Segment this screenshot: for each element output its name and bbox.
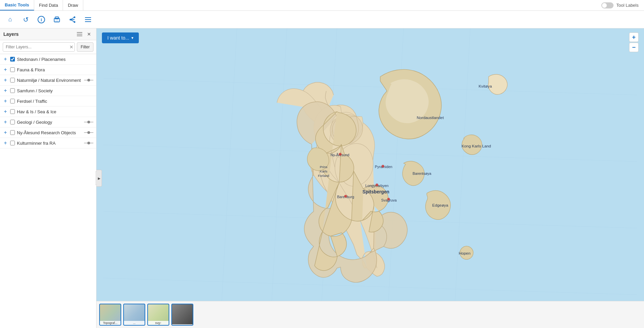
base-map-label-2: ...: [124, 321, 145, 325]
layer-item-stedsnavn[interactable]: + Stedsnavn / Placenames: [0, 54, 96, 65]
layer-checkbox-naturmiljo[interactable]: [10, 78, 15, 83]
layer-name-fauna: Fauna & Flora: [17, 67, 93, 72]
filter-input[interactable]: [3, 42, 75, 52]
base-map-thumb-3[interactable]: svg↑: [147, 304, 169, 326]
share-button[interactable]: [66, 14, 79, 26]
home-button[interactable]: ⌂: [4, 14, 16, 26]
base-map-thumb-2[interactable]: ...: [123, 304, 145, 326]
layer-item-naturmiljo[interactable]: + Naturmiljø / Natural Environment: [0, 75, 96, 86]
sidebar-header: Layers ✕: [0, 28, 96, 40]
layer-item-ferdsel[interactable]: + Ferdsel / Traffic: [0, 96, 96, 107]
tool-labels-toggle[interactable]: [601, 2, 614, 8]
layer-name-hav: Hav & Is / Sea & Ice: [17, 109, 93, 114]
menu-button[interactable]: [82, 14, 94, 26]
label-prins3: Forland: [318, 174, 329, 178]
base-map-label-3: svg↑: [148, 321, 169, 325]
dot-pyramiden: [382, 165, 384, 168]
label-barentsoya: Barentsøya: [412, 171, 431, 175]
layer-item-fauna[interactable]: + Fauna & Flora: [0, 65, 96, 75]
dot-svagruva: [387, 198, 390, 201]
svg-rect-4: [55, 17, 59, 19]
dot-longyearbyen: [375, 184, 378, 186]
svg-rect-3: [55, 20, 59, 22]
filter-input-wrap: ✕: [3, 42, 75, 52]
layer-name-nyalesund: Ny-Ålesund Research Objects: [17, 130, 82, 135]
dot-nyalesund: [339, 153, 342, 156]
sidebar-title: Layers: [3, 31, 19, 37]
zoom-controls: + −: [629, 32, 639, 52]
layer-checkbox-hav[interactable]: [10, 109, 15, 114]
tool-labels-area: Tool Labels: [601, 0, 644, 10]
layer-slider-kulturminner[interactable]: [84, 141, 93, 145]
layer-checkbox-nyalesund[interactable]: [10, 130, 15, 135]
layer-add-icon-naturmiljo[interactable]: +: [3, 77, 8, 83]
map-nav-arrow[interactable]: ▶: [96, 170, 102, 187]
svg-point-6: [74, 21, 76, 23]
layer-add-icon-kulturminner[interactable]: +: [3, 140, 8, 146]
layer-checkbox-kulturminner[interactable]: [10, 141, 15, 145]
label-edgeoya: Edgeøya: [432, 203, 449, 208]
refresh-button[interactable]: ↺: [20, 14, 32, 26]
layer-item-nyalesund[interactable]: + Ny-Ålesund Research Objects: [0, 127, 96, 138]
tab-draw[interactable]: Draw: [63, 0, 83, 10]
layer-name-samfunn: Samfunn / Society: [17, 88, 93, 93]
layer-name-geologi: Geologi / Geology: [17, 120, 82, 125]
layer-name-naturmiljo: Naturmiljø / Natural Environment: [17, 78, 82, 83]
layer-checkbox-stedsnavn[interactable]: [10, 57, 15, 62]
label-kongkarls: Kong Karls Land: [461, 144, 491, 148]
layer-add-icon-geologi[interactable]: +: [3, 119, 8, 125]
filter-button[interactable]: Filter: [77, 42, 93, 52]
zoom-out-button[interactable]: −: [629, 43, 639, 52]
map-svg: Kvitøya Nordaustlandet Kong Karls Land N…: [96, 28, 644, 328]
layer-name-kulturminner: Kulturminner fra RA: [17, 141, 82, 146]
layer-item-kulturminner[interactable]: + Kulturminner fra RA: [0, 138, 96, 148]
tab-basic-tools[interactable]: Basic Tools: [0, 0, 34, 10]
layer-add-icon-fauna[interactable]: +: [3, 67, 8, 72]
tab-find-data[interactable]: Find Data: [34, 0, 63, 10]
tool-labels-text: Tool Labels: [616, 3, 639, 8]
layer-slider-naturmiljo[interactable]: [84, 78, 93, 82]
layer-checkbox-samfunn[interactable]: [10, 88, 15, 93]
layer-add-icon-hav[interactable]: +: [3, 109, 8, 114]
svg-point-5: [74, 16, 76, 18]
filter-clear-button[interactable]: ✕: [69, 44, 73, 50]
base-map-thumb-4[interactable]: [171, 304, 193, 326]
layer-list: + Stedsnavn / Placenames + Fauna & Flora…: [0, 54, 96, 328]
layer-add-icon-nyalesund[interactable]: +: [3, 130, 8, 135]
layer-item-hav[interactable]: + Hav & Is / Sea & Ice: [0, 107, 96, 117]
label-hopen: Hopen: [459, 251, 471, 256]
top-nav: Basic Tools Find Data Draw Tool Labels: [0, 0, 644, 11]
base-map-label-topograf: Topograf...: [100, 321, 121, 325]
sidebar-list-icon[interactable]: [76, 30, 83, 38]
layer-name-ferdsel: Ferdsel / Traffic: [17, 99, 93, 104]
base-map-thumb-topograf[interactable]: Topograf...: [99, 304, 121, 326]
layer-name-stedsnavn: Stedsnavn / Placenames: [17, 57, 93, 62]
sidebar-header-icons: ✕: [76, 30, 93, 38]
layer-item-geologi[interactable]: + Geologi / Geology: [0, 117, 96, 127]
info-button[interactable]: i: [35, 14, 47, 26]
label-prins2: Karls: [320, 169, 327, 173]
svg-point-7: [70, 19, 71, 20]
label-nordaustlandet: Nordaustlandet: [417, 115, 444, 120]
layer-add-icon-stedsnavn[interactable]: +: [3, 56, 8, 62]
layer-checkbox-fauna[interactable]: [10, 67, 15, 72]
label-kvitoya: Kvitøya: [478, 84, 492, 89]
layer-checkbox-ferdsel[interactable]: [10, 99, 15, 103]
print-button[interactable]: [51, 14, 63, 26]
svg-text:i: i: [41, 17, 42, 22]
i-want-to-button[interactable]: I want to...: [102, 32, 139, 43]
layer-slider-nyalesund[interactable]: [84, 131, 93, 135]
layer-checkbox-geologi[interactable]: [10, 120, 15, 124]
zoom-in-button[interactable]: +: [629, 32, 639, 42]
layer-add-icon-samfunn[interactable]: +: [3, 88, 8, 93]
layer-item-samfunn[interactable]: + Samfunn / Society: [0, 86, 96, 96]
map-area[interactable]: ▶ I want to... + −: [96, 28, 644, 328]
sidebar: Layers ✕ ✕ Filter: [0, 28, 96, 328]
label-prins1: Prins: [320, 165, 327, 169]
sidebar-close-icon[interactable]: ✕: [85, 30, 93, 38]
label-spitsbergen: Spitsbergen: [362, 189, 389, 194]
layer-add-icon-ferdsel[interactable]: +: [3, 98, 8, 104]
filter-row: ✕ Filter: [0, 40, 96, 54]
main-area: Layers ✕ ✕ Filter: [0, 28, 644, 328]
layer-slider-geologi[interactable]: [84, 120, 93, 124]
